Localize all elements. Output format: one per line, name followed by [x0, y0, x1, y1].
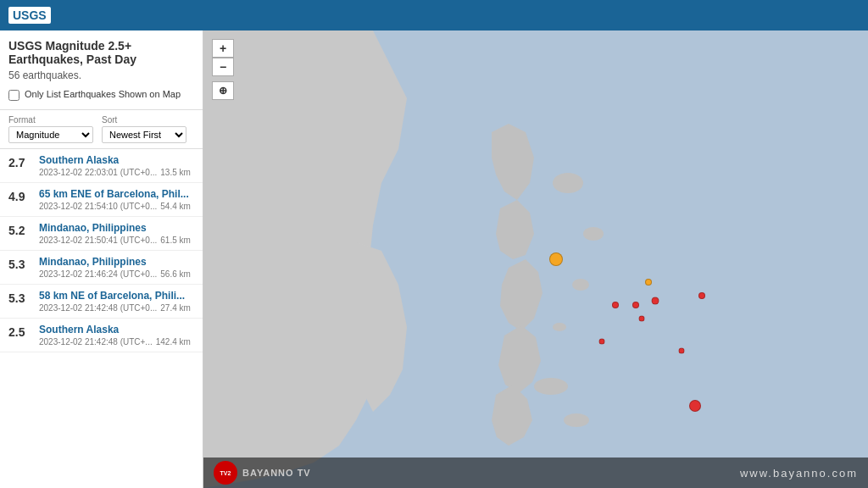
svg-point-2: [583, 227, 604, 241]
eq-time-row: 2023-12-02 21:46:24 (UTC+0... 56.6 km: [39, 269, 194, 279]
zoom-in-button[interactable]: +: [212, 39, 234, 58]
map-background: [203, 30, 868, 488]
earthquake-list: 2.7 Southern Alaska 2023-12-02 22:03:01 …: [0, 149, 203, 488]
eq-depth: 56.6 km: [160, 269, 191, 279]
sidebar-title: USGS Magnitude 2.5+Earthquakes, Past Day: [8, 39, 194, 66]
filter-row: Only List Earthquakes Shown on Map: [8, 88, 194, 101]
watermark: TV2 BAYANNO TV www.bayanno.com: [203, 458, 868, 488]
channel-logo: TV2: [214, 461, 237, 485]
map-options-button[interactable]: ⊕: [212, 81, 234, 100]
earthquake-dot[interactable]: [698, 292, 705, 299]
svg-point-3: [572, 279, 589, 291]
eq-details: 58 km NE of Barcelona, Phili... 2023-12-…: [39, 290, 194, 313]
sort-group: Sort Newest First Oldest First Largest F…: [102, 115, 186, 143]
sort-select[interactable]: Newest First Oldest First Largest First …: [102, 126, 186, 143]
eq-location: Southern Alaska: [39, 324, 194, 336]
svg-point-6: [564, 413, 589, 427]
eq-magnitude: 5.3: [8, 258, 32, 271]
eq-magnitude: 2.5: [8, 325, 32, 339]
eq-magnitude: 4.9: [8, 190, 32, 203]
svg-point-5: [534, 378, 568, 395]
earthquake-dot[interactable]: [652, 297, 659, 304]
eq-time-row: 2023-12-02 21:54:10 (UTC+0... 54.4 km: [39, 202, 194, 211]
eq-magnitude: 5.2: [8, 224, 32, 237]
eq-depth: 54.4 km: [160, 202, 191, 211]
earthquake-list-item[interactable]: 2.5 Southern Alaska 2023-12-02 21:42:48 …: [0, 319, 203, 352]
earthquake-dot[interactable]: [639, 316, 645, 322]
eq-details: Mindanao, Philippines 2023-12-02 21:46:2…: [39, 256, 194, 279]
eq-time: 2023-12-02 21:46:24 (UTC+0...: [39, 269, 157, 279]
filter-checkbox[interactable]: [8, 90, 19, 101]
eq-location: Mindanao, Philippines: [39, 222, 194, 234]
format-label: Format: [8, 115, 93, 125]
eq-time: 2023-12-02 21:50:41 (UTC+0...: [39, 236, 157, 245]
sidebar-controls: Format Magnitude Depth Time Sort Newest …: [0, 110, 203, 149]
eq-time-row: 2023-12-02 22:03:01 (UTC+0... 13.5 km: [39, 168, 194, 177]
zoom-out-button[interactable]: −: [212, 58, 234, 76]
eq-time: 2023-12-02 21:42:48 (UTC+...: [39, 337, 153, 347]
map-container[interactable]: + − ⊕ TV2 BAYANNO TV www.bayanno.com: [203, 30, 868, 488]
earthquake-list-item[interactable]: 2.7 Southern Alaska 2023-12-02 22:03:01 …: [0, 149, 203, 183]
eq-magnitude: 5.3: [8, 291, 32, 305]
zoom-controls: + −: [212, 39, 234, 76]
earthquake-dot[interactable]: [599, 339, 605, 345]
map-controls: + − ⊕: [212, 39, 234, 100]
eq-details: Southern Alaska 2023-12-02 22:03:01 (UTC…: [39, 154, 194, 177]
earthquake-count: 56 earthquakes.: [8, 69, 194, 81]
watermark-url: www.bayanno.com: [740, 467, 858, 480]
format-group: Format Magnitude Depth Time: [8, 115, 93, 143]
format-select[interactable]: Magnitude Depth Time: [8, 126, 93, 143]
eq-location: 58 km NE of Barcelona, Phili...: [39, 290, 194, 302]
eq-location: Southern Alaska: [39, 154, 194, 166]
filter-label[interactable]: Only List Earthquakes Shown on Map: [25, 88, 181, 100]
eq-location: Mindanao, Philippines: [39, 256, 194, 268]
earthquake-list-item[interactable]: 5.2 Mindanao, Philippines 2023-12-02 21:…: [0, 217, 203, 251]
earthquake-list-item[interactable]: 5.3 Mindanao, Philippines 2023-12-02 21:…: [0, 251, 203, 285]
eq-magnitude: 2.7: [8, 156, 32, 169]
eq-depth: 13.5 km: [160, 168, 191, 177]
earthquake-dot[interactable]: [679, 348, 685, 354]
eq-location: 65 km ENE of Barcelona, Phil...: [39, 188, 194, 200]
earthquake-dot[interactable]: [632, 302, 639, 308]
earthquake-dot[interactable]: [549, 252, 563, 266]
sort-label: Sort: [102, 115, 186, 125]
header: USGS: [0, 0, 868, 30]
eq-details: 65 km ENE of Barcelona, Phil... 2023-12-…: [39, 188, 194, 211]
earthquake-list-item[interactable]: 5.3 58 km NE of Barcelona, Phili... 2023…: [0, 285, 203, 319]
eq-time: 2023-12-02 21:42:48 (UTC+0...: [39, 303, 157, 313]
earthquake-list-item[interactable]: 4.9 65 km ENE of Barcelona, Phil... 2023…: [0, 183, 203, 217]
eq-time-row: 2023-12-02 21:42:48 (UTC+... 142.4 km: [39, 337, 194, 347]
eq-time: 2023-12-02 22:03:01 (UTC+0...: [39, 168, 157, 177]
watermark-logo: TV2 BAYANNO TV: [214, 461, 311, 485]
svg-point-1: [553, 173, 583, 193]
eq-time-row: 2023-12-02 21:42:48 (UTC+0... 27.4 km: [39, 303, 194, 313]
svg-point-4: [553, 323, 566, 331]
eq-depth: 61.5 km: [160, 236, 191, 245]
earthquake-dot[interactable]: [689, 400, 701, 412]
eq-time: 2023-12-02 21:54:10 (UTC+0...: [39, 202, 157, 211]
main-layout: USGS Magnitude 2.5+Earthquakes, Past Day…: [0, 30, 868, 488]
usgs-logo: USGS: [8, 7, 51, 24]
earthquake-dot[interactable]: [612, 302, 619, 308]
eq-details: Southern Alaska 2023-12-02 21:42:48 (UTC…: [39, 324, 194, 347]
earthquake-dot[interactable]: [645, 279, 652, 286]
eq-depth: 142.4 km: [156, 337, 191, 347]
eq-time-row: 2023-12-02 21:50:41 (UTC+0... 61.5 km: [39, 236, 194, 245]
usgs-logo-box: USGS: [8, 7, 51, 24]
eq-details: Mindanao, Philippines 2023-12-02 21:50:4…: [39, 222, 194, 245]
sidebar-header: USGS Magnitude 2.5+Earthquakes, Past Day…: [0, 30, 203, 110]
channel-name: BAYANNO TV: [242, 468, 311, 478]
eq-depth: 27.4 km: [160, 303, 191, 313]
sidebar: USGS Magnitude 2.5+Earthquakes, Past Day…: [0, 30, 203, 488]
